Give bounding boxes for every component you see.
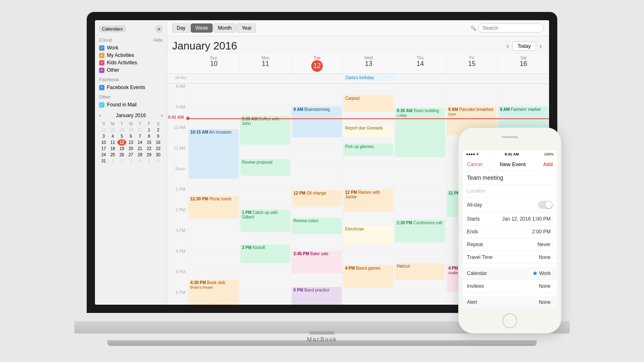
mini-cal-cell[interactable]: 20 [126,146,135,152]
time-cell-sun-1[interactable] [188,104,239,125]
month-view-button[interactable]: Month [213,24,236,33]
work-checkbox[interactable] [99,45,104,51]
mini-cal-cell[interactable]: 23 [154,146,163,152]
mini-cal-cell[interactable]: 17 [99,146,108,152]
event-mon-review-proposal[interactable]: Review proposal [240,159,290,176]
event-wed-report-due-granada[interactable]: Report due Granada [343,125,393,137]
mini-cal-cell[interactable]: 1 [108,158,117,164]
sidebar-item-my-activities[interactable]: My Activities [95,52,167,59]
event-sun-book-club[interactable]: 4:30 PM Book clubBrian's house [189,280,239,305]
event-wed-electrician[interactable]: Electrician [343,226,393,244]
mini-cal-cell[interactable]: 11 [108,139,117,146]
mini-cal-cell[interactable]: 27 [126,152,135,158]
time-cell-thu-5[interactable] [394,187,446,207]
invitees-row[interactable]: Invitees None › [463,280,557,293]
mini-cal-cell[interactable]: 5 [117,133,126,139]
mini-cal-cell[interactable]: 9 [154,133,163,139]
time-cell-sun-0[interactable] [188,84,239,104]
time-cell-mon-0[interactable] [239,84,291,104]
event-mon-coffee-with-john[interactable]: 9:30 AM Coffee with John [240,116,290,145]
mini-cal-cell[interactable]: 30 [126,127,135,133]
event-tue-brainstorming[interactable]: 9 AM Brainstorming [292,106,342,137]
found-in-mail-checkbox[interactable] [99,102,104,108]
mini-cal-prev[interactable]: ‹ [99,113,101,118]
repeat-row[interactable]: Repeat Never › [463,238,557,251]
mini-cal-cell[interactable]: 30 [154,152,163,158]
allday-event-darla[interactable]: Darla's birthday [344,75,393,81]
mini-cal-cell[interactable]: 22 [144,146,154,152]
calendars-button[interactable]: Calendars [99,26,125,32]
mini-cal-cell[interactable]: 25 [108,152,117,158]
event-thu-haircut[interactable]: Haircut [395,263,445,280]
other-checkbox[interactable] [99,68,104,73]
time-cell-tue-3[interactable] [291,146,343,166]
event-wed-board-games[interactable]: 4 PM Board games [343,265,393,288]
mini-cal-cell[interactable]: 10 [99,139,108,146]
event-sat-farmers'-market[interactable]: 9 AM Farmers' market [498,106,548,129]
mini-cal-cell[interactable]: 18 [108,146,117,152]
mini-cal-cell[interactable]: 24 [99,152,108,158]
mini-cal-cell[interactable]: 28 [135,152,144,158]
mini-cal-cell[interactable]: 14 [135,139,144,146]
travel-time-row[interactable]: Travel Time None › [463,251,557,264]
mini-cal-cell[interactable]: 4 [135,158,144,164]
ends-row[interactable]: Ends 2:00 PM › [463,226,557,238]
event-thu-conference-call[interactable]: 1:30 PM Conference call [395,220,445,242]
time-cell-mon-5[interactable] [239,187,291,207]
allday-toggle[interactable] [538,201,553,209]
event-sun-picnic-lunch[interactable]: 12:30 PM Picnic lunch [189,196,239,219]
mini-cal-cell[interactable]: 3 [99,133,108,139]
mini-cal-cell[interactable]: 13 [126,139,135,146]
mini-cal-cell[interactable]: 26 [117,152,126,158]
event-tue-oil-change[interactable]: 12 PM Oil change [292,190,342,207]
mini-cal-cell[interactable]: 6 [126,133,135,139]
event-wed-carpool[interactable]: Carpool [343,95,393,112]
sidebar-item-other[interactable]: Other [95,66,167,74]
time-cell-sun-7[interactable] [188,228,239,249]
event-mon-kickoff[interactable]: 3 PM Kickoff [240,244,290,263]
kids-activities-checkbox[interactable] [99,60,104,66]
time-cell-thu-10[interactable] [394,290,446,305]
event-thu-team-building[interactable]: 9:30 AM Team buildingLobby [395,108,445,157]
day-view-button[interactable]: Day [172,24,190,33]
mini-cal-cell[interactable]: 4 [108,133,117,139]
mini-cal-cell[interactable]: 15 [144,139,154,146]
mini-cal-cell[interactable]: 8 [144,133,154,139]
mini-cal-cell[interactable]: 31 [135,127,144,133]
mini-cal-cell[interactable]: 28 [108,127,117,133]
event-wed-pick-up-glasses[interactable]: Pick up glasses [343,143,393,156]
calendar-row[interactable]: Calendar Work › [463,267,557,280]
mini-cal-cell[interactable]: 27 [99,127,108,133]
time-cell-wed-10[interactable] [343,290,394,305]
starts-row[interactable]: Starts Jan 12, 2016 1:00 PM › [463,213,557,226]
week-view-button[interactable]: Week [191,24,212,33]
iphone-home-button[interactable] [502,313,517,328]
mini-cal-cell[interactable]: 2 [154,127,163,133]
time-cell-thu-4[interactable] [394,166,446,187]
mini-cal-cell[interactable]: 31 [99,158,108,164]
mini-cal-cell[interactable]: 16 [154,139,163,146]
mini-cal-cell[interactable]: 29 [144,152,154,158]
facebook-events-checkbox[interactable] [99,85,104,90]
sidebar-item-kids-activities[interactable]: Kids Activities [95,59,167,66]
event-tue-bake-sale[interactable]: 2:45 PM Bake sale [292,251,342,273]
time-cell-mon-10[interactable] [239,290,291,305]
event-name-field[interactable]: Team meeting [463,171,557,185]
mini-cal-cell[interactable]: 3 [126,158,135,164]
time-cell-sun-8[interactable] [188,249,239,269]
prev-week-button[interactable]: ‹ [504,42,511,51]
year-view-button[interactable]: Year [237,24,256,33]
event-tue-band-practice[interactable]: 5 PM Band practice [292,287,342,305]
mini-cal-cell[interactable]: 7 [135,133,144,139]
my-activities-checkbox[interactable] [99,53,104,58]
time-cell-fri-0[interactable] [446,84,497,104]
alert-row[interactable]: Alert None › [463,296,557,308]
add-calendar-button[interactable]: + [155,25,163,33]
time-cell-tue-4[interactable] [291,166,343,187]
time-cell-mon-9[interactable] [239,269,291,290]
next-week-button[interactable]: › [537,42,544,51]
today-button[interactable]: Today [512,42,536,51]
mini-cal-cell[interactable]: 6 [154,158,163,164]
event-sun-art-museum[interactable]: 10:15 AM Art museum [189,129,239,179]
location-field[interactable]: Location [463,185,557,197]
